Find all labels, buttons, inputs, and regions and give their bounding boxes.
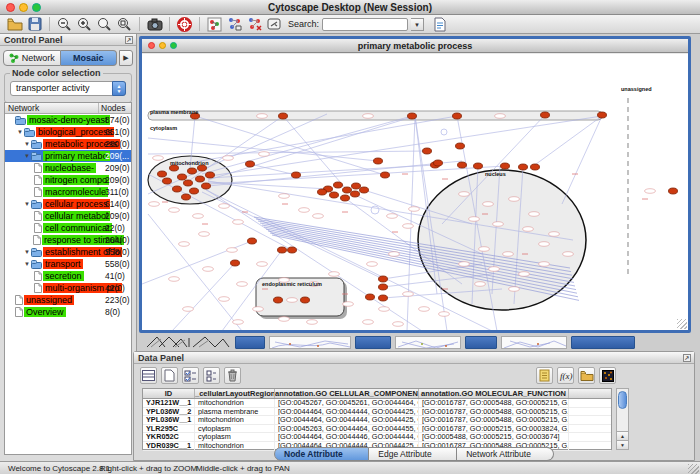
view-resize-grip[interactable] bbox=[677, 319, 687, 329]
attribute-editor-icon[interactable] bbox=[431, 16, 448, 32]
import-attributes-folder-icon[interactable] bbox=[578, 367, 595, 384]
graph-node[interactable] bbox=[196, 176, 205, 182]
search-dropdown-icon[interactable]: ▼ bbox=[411, 18, 424, 31]
graph-node[interactable] bbox=[458, 162, 467, 168]
destroy-network-icon[interactable] bbox=[246, 16, 263, 32]
graph-node[interactable] bbox=[190, 188, 199, 194]
column-header[interactable]: annotation.GO MOLECULAR_FUNCTION bbox=[419, 389, 569, 398]
graph-node[interactable] bbox=[202, 183, 211, 189]
graph-node[interactable] bbox=[360, 187, 369, 193]
network-graph[interactable] bbox=[142, 54, 688, 330]
tree-row[interactable]: Overview8(0) bbox=[5, 306, 131, 318]
graph-node[interactable] bbox=[301, 297, 310, 303]
tree-row[interactable]: secretion41(0) bbox=[5, 270, 131, 282]
graph-node[interactable] bbox=[669, 188, 678, 194]
delete-attribute-trash-icon[interactable] bbox=[224, 367, 241, 384]
tree-row[interactable]: nitrogen compo209(0) bbox=[5, 174, 131, 186]
tree-row[interactable]: response to stimulu264(0) bbox=[5, 234, 131, 246]
table-scrollbar[interactable]: ▲ ▼ bbox=[616, 388, 629, 450]
unselect-attributes-icon[interactable] bbox=[203, 367, 220, 384]
function-builder-icon[interactable]: f(x) bbox=[557, 367, 574, 384]
tree-row[interactable]: macromolecule311(0) bbox=[5, 186, 131, 198]
scrollbar-thumb[interactable] bbox=[618, 391, 627, 409]
graph-node[interactable] bbox=[182, 194, 191, 200]
graph-node[interactable] bbox=[598, 112, 607, 118]
tree-row[interactable]: unassigned223(0) bbox=[5, 294, 131, 306]
disclosure-triangle-icon[interactable]: ▼ bbox=[23, 249, 31, 255]
zoom-fit-icon[interactable] bbox=[116, 16, 133, 32]
graph-node[interactable] bbox=[519, 164, 528, 170]
minimized-window[interactable] bbox=[235, 336, 265, 349]
tree-row[interactable]: mosaic-demo-yeast874(0) bbox=[5, 114, 131, 126]
table-row[interactable]: YPL036W__1mitochondrion[GO:0044464, GO:0… bbox=[143, 416, 611, 425]
graph-node[interactable] bbox=[474, 163, 483, 169]
attribute-matrix-icon[interactable] bbox=[599, 367, 616, 384]
window-resize-grip[interactable] bbox=[688, 464, 699, 474]
disclosure-triangle-icon[interactable]: ▼ bbox=[16, 129, 24, 135]
graph-node[interactable] bbox=[541, 112, 550, 118]
node-layer[interactable] bbox=[158, 112, 689, 303]
graph-node[interactable] bbox=[246, 161, 255, 167]
tab-network-attribute-browser[interactable]: Network Attribute Browser bbox=[457, 447, 554, 461]
disclosure-triangle-icon[interactable]: ▼ bbox=[23, 141, 31, 147]
float-panel-icon[interactable]: ↗ bbox=[683, 354, 691, 362]
table-row[interactable]: YKR052Ccytoplasm[GO:0044464, GO:0044446,… bbox=[143, 433, 611, 442]
tree-row[interactable]: cell communicat22(0) bbox=[5, 222, 131, 234]
minimized-window-thumb[interactable] bbox=[501, 336, 567, 349]
disclosure-triangle-icon[interactable]: ▼ bbox=[23, 153, 31, 159]
graph-node[interactable] bbox=[501, 163, 510, 169]
zoom-in-icon[interactable] bbox=[76, 16, 93, 32]
tree-row[interactable]: ▼transport558(0) bbox=[5, 258, 131, 270]
minimize-view-icon[interactable] bbox=[159, 42, 166, 49]
graph-node[interactable] bbox=[366, 294, 375, 300]
node-color-dropdown[interactable]: transporter activity ▲▼ bbox=[10, 81, 126, 96]
zoom-window-icon[interactable] bbox=[32, 3, 41, 12]
graph-node[interactable] bbox=[379, 276, 388, 282]
tree-row[interactable]: ▼cellular process614(0) bbox=[5, 198, 131, 210]
graph-node[interactable] bbox=[173, 186, 182, 192]
graph-node[interactable] bbox=[531, 164, 540, 170]
snapshot-camera-icon[interactable] bbox=[146, 16, 163, 32]
minimized-window[interactable] bbox=[571, 336, 635, 349]
network-canvas[interactable]: plasma membrane cytoplasm mitochondrion … bbox=[142, 54, 688, 330]
graph-node[interactable] bbox=[274, 297, 283, 303]
graph-node[interactable] bbox=[334, 182, 343, 188]
graph-node[interactable] bbox=[351, 191, 360, 197]
graph-node[interactable] bbox=[453, 113, 462, 119]
tree-col-network[interactable]: Network bbox=[5, 103, 98, 113]
close-window-icon[interactable] bbox=[6, 3, 15, 12]
graph-node[interactable] bbox=[374, 158, 383, 164]
network-overview-icon[interactable] bbox=[206, 16, 223, 32]
scroll-up-icon[interactable]: ▲ bbox=[617, 431, 628, 440]
zoom-view-icon[interactable] bbox=[170, 42, 177, 49]
minimized-window[interactable] bbox=[465, 336, 497, 349]
graph-node[interactable] bbox=[381, 172, 390, 178]
tab-edge-attribute-browser[interactable]: Edge Attribute Browser bbox=[369, 447, 457, 461]
graph-node[interactable] bbox=[231, 260, 240, 266]
select-attributes-icon[interactable] bbox=[182, 367, 199, 384]
tree-row[interactable]: multi-organism pro42(0) bbox=[5, 282, 131, 294]
tab-network[interactable]: Network bbox=[3, 50, 61, 66]
graph-node[interactable] bbox=[352, 183, 361, 189]
graph-node[interactable] bbox=[163, 178, 172, 184]
table-row[interactable]: YJR121W__1mitochondrion[GO:0045267, GO:0… bbox=[143, 399, 611, 408]
graph-node[interactable] bbox=[158, 171, 167, 177]
graph-node[interactable] bbox=[434, 160, 443, 166]
tree-col-nodes[interactable]: Nodes bbox=[98, 103, 131, 113]
table-row[interactable]: YPL036W__2plasma membrane[GO:0044464, GO… bbox=[143, 408, 611, 417]
table-row[interactable]: YLR295Ccytoplasm[GO:0045263, GO:0044464,… bbox=[143, 425, 611, 434]
minimized-window[interactable] bbox=[355, 336, 391, 349]
graph-node[interactable] bbox=[408, 113, 417, 119]
save-icon[interactable] bbox=[26, 16, 43, 32]
graph-node[interactable] bbox=[456, 143, 465, 149]
plasma-membrane-region[interactable] bbox=[148, 111, 602, 120]
help-lifebuoy-icon[interactable] bbox=[176, 16, 193, 32]
column-header[interactable]: _cellularLayoutRegion bbox=[195, 389, 275, 398]
tree-row[interactable]: ▼biological_process651(0) bbox=[5, 126, 131, 138]
graph-node[interactable] bbox=[279, 113, 288, 119]
graph-node[interactable] bbox=[330, 192, 339, 198]
tree-row[interactable]: ▼establishment of lo558(0) bbox=[5, 246, 131, 258]
tab-node-attribute-browser[interactable]: Node Attribute Browser bbox=[274, 447, 369, 461]
zoom-out-icon[interactable] bbox=[56, 16, 73, 32]
tree-row[interactable]: nucleobase-209(0) bbox=[5, 162, 131, 174]
